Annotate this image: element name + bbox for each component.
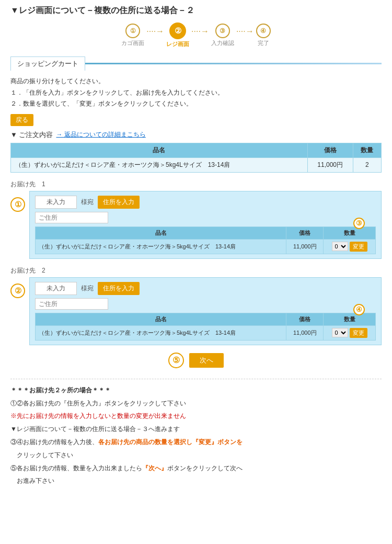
main-table-item-price: 11,000円 [307,157,353,172]
shopping-cart-label: ショッピングカート [10,56,85,71]
bottom-line4: ③④お届け先の情報を入力後、各お届け先の商品の数量を選択し『変更』ボタンを [10,436,382,448]
bottom-line1: ①②各お届け先の『住所を入力』ボタンをクリックして下さい [10,398,382,410]
d2-item-price: 11,000円 [286,325,324,340]
main-table-header-qty: 数量 [353,143,381,157]
step-2-circle: ② [169,22,186,39]
d1-qty-select[interactable]: 0 1 2 [332,242,348,251]
d2-table-h-qty: ④ 数量 [324,313,376,325]
delivery-block-1: お届け先 1 ① 未入力 様宛 住所を入力 品名 価格 [10,180,382,259]
main-table-item-name: （生）ずわいがに足だけ＜ロシア産・オホーツク海＞5kg4Lサイズ 13-14肩 [11,157,308,172]
d1-item-name: （生）ずわいがに足だけ＜ロシア産・オホーツク海＞5kg4Lサイズ 13-14肩 [36,239,286,254]
main-order-table: 品名 価格 数量 （生）ずわいがに足だけ＜ロシア産・オホーツク海＞5kg4Lサイ… [10,143,382,173]
order-content-label: ▼ ご注文内容 [10,130,53,140]
delivery-1-sama: 様宛 [81,198,94,207]
instruction-line-2: ２．数量を選択して、「変更」ボタンをクリックしてください。 [10,98,382,110]
delivery-2-uninputted: 未入力 [35,282,77,295]
delivery-1-circle-annotation: ① [10,197,25,212]
delivery-1-address-input[interactable] [35,212,108,223]
delivery-1-address-field-row [35,212,376,223]
delivery-2-name-row: 未入力 様宛 住所を入力 [35,282,376,295]
step-2-label: レジ画面 [166,40,189,48]
delivery-2-address-field-row [35,298,376,310]
step-3: ③ 入力確認 [211,24,234,47]
delivery-block-2: お届け先 2 ② 未入力 様宛 住所を入力 品名 価格 [10,266,382,345]
d2-qty-select[interactable]: 0 1 2 [332,328,348,337]
back-button[interactable]: 戻る [10,114,33,126]
d1-table-h-name: 品名 [36,226,286,239]
step-3-label: 入力確認 [211,39,234,47]
arrow-2: ····→ [191,27,209,44]
delivery-1-address-btn[interactable]: 住所を入力 [98,196,140,209]
d2-table-h-name: 品名 [36,313,286,325]
delivery-2-table: 品名 価格 ④ 数量 （生）ずわいがに足だけ＜ロシア産・オホーツク海＞5kg4L… [35,313,376,341]
bottom-line3: ▼レジ画面について－複数の住所に送る場合－３へ進みます [10,423,382,435]
arrow-1: ····→ [146,27,164,44]
bottom-line4-cont: クリックして下さい [10,449,382,461]
arrow-3: ····→ [236,27,254,44]
shopping-cart-header: ショッピングカート [10,56,382,71]
cart-line [85,63,382,64]
d1-table-h-qty: ③ 数量 [324,226,376,239]
delivery-1-table: 品名 価格 ③ 数量 （生）ずわいがに足だけ＜ロシア産・オホーツク海＞5kg4L… [35,226,376,254]
step-1-label: カゴ画面 [121,39,144,47]
page-title: ▼レジ画面について－複数の住所に送る場合－２ [10,5,382,16]
step-4-circle: ④ [256,24,271,38]
delivery-1-label: お届け先 1 [10,180,382,189]
delivery-2-sama: 様宛 [81,284,94,293]
step-1-circle: ① [125,24,140,38]
step-2: ② レジ画面 [166,22,189,48]
step-4: ④ 完了 [256,24,271,47]
delivery-1-qty-annotation: ③ [353,218,365,229]
delivery-2-label: お届け先 2 [10,266,382,275]
step-1: ① カゴ画面 [121,24,144,47]
table-row: （生）ずわいがに足だけ＜ロシア産・オホーツク海＞5kg4Lサイズ 13-14肩 … [36,239,376,254]
table-row: （生）ずわいがに足だけ＜ロシア産・オホーツク海＞5kg4Lサイズ 13-14肩 … [11,157,382,172]
bottom-title: ＊＊＊お届け先２ヶ所の場合＊＊＊ [10,384,382,396]
bottom-section: ＊＊＊お届け先２ヶ所の場合＊＊＊ ①②各お届け先の『住所を入力』ボタンをクリック… [10,379,382,487]
bottom-line5: ⑤各お届け先の情報、数量を入力出来ましたら『次へ』ボタンをクリックして次へ [10,462,382,474]
main-table-header-price: 価格 [307,143,353,157]
step-3-circle: ③ [215,24,230,38]
delivery-2-address-btn[interactable]: 住所を入力 [98,282,140,295]
d1-table-h-price: 価格 [286,226,324,239]
return-link[interactable]: → 返品についての詳細まこちら [56,130,145,139]
main-table-header-name: 品名 [11,143,308,157]
next-row: ⑤ 次へ [10,353,382,368]
d2-item-qty-cell: 0 1 2 変更 [324,325,376,340]
d1-item-qty-cell: 0 1 2 変更 [324,239,376,254]
next-circle-annotation: ⑤ [168,353,184,368]
delivery-2-qty-annotation: ④ [353,304,365,315]
delivery-2-address-input[interactable] [35,298,108,310]
instruction-line-1: １．「住所を入力」ボタンをクリックして、お届け先を入力してください。 [10,87,382,99]
delivery-1-name-row: 未入力 様宛 住所を入力 [35,196,376,209]
d1-change-btn[interactable]: 変更 [350,242,367,252]
steps-container: ① カゴ画面 ····→ ② レジ画面 ····→ ③ 入力確認 ····→ ④… [10,22,382,48]
step-4-label: 完了 [258,39,269,47]
d2-item-name: （生）ずわいがに足だけ＜ロシア産・オホーツク海＞5kg4Lサイズ 13-14肩 [36,325,286,340]
main-table-item-qty: 2 [353,157,381,172]
d2-change-btn[interactable]: 変更 [350,328,367,338]
instruction-line-0: 商品の振り分けをしてください。 [10,76,382,87]
bottom-line5-cont: お進み下さい [10,475,382,487]
order-content-header: ▼ ご注文内容 → 返品についての詳細まこちら [10,130,382,140]
instructions: 商品の振り分けをしてください。 １．「住所を入力」ボタンをクリックして、お届け先… [10,76,382,110]
d2-table-h-price: 価格 [286,313,324,325]
delivery-1-uninputted: 未入力 [35,196,77,209]
delivery-2-circle-annotation: ② [10,284,25,298]
bottom-line2: ※先にお届け先の情報を入力しないと数量の変更が出来ません [10,410,382,422]
table-row: （生）ずわいがに足だけ＜ロシア産・オホーツク海＞5kg4Lサイズ 13-14肩 … [36,325,376,340]
d1-item-price: 11,000円 [286,239,324,254]
next-button[interactable]: 次へ [189,353,224,368]
